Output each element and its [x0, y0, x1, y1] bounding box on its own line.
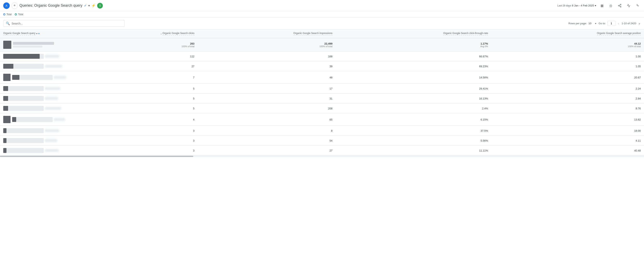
filter-icon[interactable]: ⚡ — [92, 4, 96, 8]
avg-pos-cell: 2.84 — [491, 94, 644, 104]
query-text-blurred — [45, 149, 72, 152]
svg-line-3 — [619, 6, 620, 7]
search-input[interactable] — [12, 22, 122, 25]
avg-pos-cell: 1.05 — [491, 61, 644, 71]
date-dropdown-icon[interactable]: ▾ — [595, 4, 596, 7]
columns-icon[interactable]: ▦ — [599, 3, 605, 9]
impressions-cell: 54 — [198, 136, 336, 146]
query-bar-bg — [3, 64, 44, 69]
query-bar-fill — [3, 138, 6, 143]
date-value: 8 Jan - 4 Feb 2025 — [572, 4, 594, 7]
query-text-placeholder — [45, 139, 57, 142]
title-dropdown-icon[interactable]: ▾ — [88, 4, 90, 8]
col-label-avg-pos: Organic Google Search average position — [597, 32, 641, 36]
query-text-blurred — [45, 129, 72, 132]
query-text-blurred — [45, 55, 72, 58]
share-icon[interactable] — [616, 3, 623, 9]
query-icon-square — [3, 74, 10, 81]
query-text-blurred — [45, 139, 72, 142]
col-header-clicks[interactable]: ↓ Organic Google Search clicks — [75, 29, 198, 38]
query-text-blurred — [45, 97, 72, 100]
col-header-avg-pos[interactable]: Organic Google Search average position — [491, 29, 644, 38]
summary-bar — [3, 41, 72, 49]
svg-point-0 — [620, 4, 621, 5]
add-button[interactable]: + — [11, 3, 18, 9]
query-bar-container — [3, 106, 72, 111]
summary-bar-icon — [3, 41, 11, 49]
query-text-blurred — [54, 76, 72, 79]
query-bar-fill — [3, 54, 40, 59]
clicks-cell: 3 — [75, 136, 198, 146]
clicks-cell: 4 — [75, 113, 198, 126]
col-label-ctr: Organic Google Search click-through-rate — [443, 32, 488, 36]
table-row: 273969.23%1.05 — [0, 61, 644, 71]
user-filter-badge[interactable]: S — [97, 3, 103, 9]
data-table-wrapper: Organic Google Search query ▾ + ↓ Organi… — [0, 29, 644, 156]
app-header: A + Queries: Organic Google Search query… — [0, 0, 644, 11]
summary-impressions-cell: 22,499 100% of total — [198, 38, 336, 52]
summary-row: 263 100% of total 22,499 100% of total 1… — [0, 38, 644, 52]
clicks-cell: 3 — [75, 126, 198, 136]
col-header-ctr[interactable]: Organic Google Search click-through-rate — [336, 29, 492, 38]
ctr-cell: 29.41% — [336, 84, 492, 94]
col-header-impressions[interactable]: Organic Google Search impressions — [198, 29, 336, 38]
sort-desc-icon: ↓ — [160, 32, 162, 35]
query-cell — [0, 146, 75, 156]
date-range-selector[interactable]: Last 28 days 8 Jan - 4 Feb 2025 ▾ — [558, 4, 596, 7]
prev-page-button[interactable]: ‹ — [617, 21, 620, 26]
query-bar-fill — [12, 117, 16, 122]
impressions-cell: 27 — [198, 146, 336, 156]
horizontal-scrollbar[interactable] — [0, 156, 644, 157]
avg-pos-cell: 40.48 — [491, 146, 644, 156]
edit-icon[interactable]: ✎ — [634, 3, 641, 9]
avatar[interactable]: A — [3, 3, 10, 9]
query-text-blurred — [45, 87, 72, 90]
query-cell-inner — [3, 74, 72, 81]
summary-query-cell — [0, 38, 75, 52]
query-cell-inner — [3, 128, 72, 133]
clicks-cell: 5 — [75, 104, 198, 113]
ctr-cell: 14.58% — [336, 71, 492, 84]
query-cell — [0, 136, 75, 146]
query-text-placeholder — [45, 65, 62, 68]
query-cell — [0, 126, 75, 136]
goto-input[interactable] — [607, 21, 616, 26]
check-icon: ✓ — [84, 4, 86, 8]
col-add-icon[interactable]: + — [38, 32, 40, 35]
ctr-cell: 69.23% — [336, 61, 492, 71]
table-row: 4656.15%13.82 — [0, 113, 644, 126]
pagination-info: 1-10 of 2420 — [622, 22, 636, 25]
legend-label-2: Total — [18, 13, 23, 16]
query-bar-container — [3, 96, 72, 101]
query-bar-container — [3, 128, 72, 133]
query-bar-bg — [12, 75, 52, 80]
summary-text-bar-1 — [13, 42, 54, 45]
col-dropdown-icon-query[interactable]: ▾ — [36, 32, 38, 35]
table-row: 74814.58%20.67 — [0, 71, 644, 84]
query-cell — [0, 84, 75, 94]
query-bar-container — [3, 148, 72, 153]
query-bar-fill — [3, 128, 6, 133]
avg-pos-cell: 13.82 — [491, 113, 644, 126]
query-bar-container — [3, 64, 72, 69]
col-header-query[interactable]: Organic Google Search query ▾ + — [0, 29, 75, 38]
next-page-button[interactable]: › — [638, 21, 641, 26]
rows-select-wrapper[interactable]: 10 25 50 100 ▾ — [588, 22, 596, 25]
search-box[interactable]: 🔍 — [3, 20, 125, 27]
col-label-query: Organic Google Search query — [3, 32, 36, 36]
ctr-cell: 6.15% — [336, 113, 492, 126]
summary-impressions-sub: 100% of total — [201, 45, 332, 48]
scroll-thumb[interactable] — [0, 156, 193, 157]
page-title: Queries: Organic Google Search query ✓ ▾… — [20, 3, 556, 9]
query-cell-inner — [3, 96, 72, 101]
insights-icon[interactable] — [626, 3, 632, 9]
compare-icon[interactable]: ◎ — [608, 3, 614, 9]
query-cell-inner — [3, 106, 72, 111]
rows-per-page-select[interactable]: 10 25 50 100 — [588, 22, 596, 25]
summary-avg-pos-cell: 44.12 100% of total — [491, 38, 644, 52]
query-cell — [0, 61, 75, 71]
query-text-placeholder — [45, 107, 61, 110]
query-bar-container — [3, 54, 72, 59]
query-text-blurred — [45, 65, 72, 68]
avg-pos-cell: 4.11 — [491, 136, 644, 146]
